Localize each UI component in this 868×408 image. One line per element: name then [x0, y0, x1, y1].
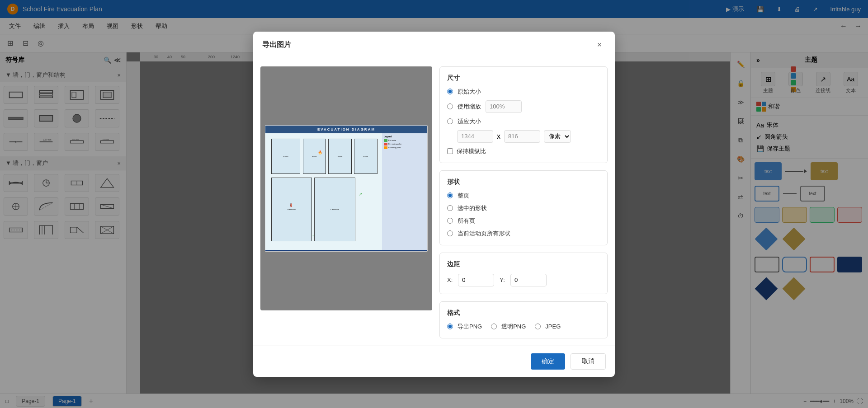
modal-close-button[interactable]: × [593, 39, 606, 52]
height-input[interactable] [504, 130, 540, 143]
shape-allpages-label: 所有页 [458, 217, 475, 225]
margin-section-title: 边距 [447, 260, 600, 268]
preview-diagram: EVACUATION DIAGRAM Room Room Room Room C… [265, 125, 428, 252]
shape-radio-group: 整页 选中的形状 所有页 当前活动页所有形状 [447, 192, 600, 238]
cancel-button[interactable]: 取消 [571, 353, 606, 370]
keep-ratio-checkbox[interactable] [447, 148, 453, 154]
confirm-button[interactable]: 确定 [531, 353, 565, 370]
shape-selected-row: 选中的形状 [447, 204, 600, 212]
format-png-radio[interactable] [447, 324, 453, 329]
shape-full-page-row: 整页 [447, 192, 600, 200]
modal-body: EVACUATION DIAGRAM Room Room Room Room C… [253, 59, 615, 346]
floor-plan: Room Room Room Room Classroom Classroom … [265, 133, 382, 250]
shape-fullpage-label: 整页 [458, 192, 469, 200]
shape-selected-label: 选中的形状 [458, 204, 487, 212]
x-margin-input[interactable] [458, 274, 494, 286]
size-section: 尺寸 原始大小 使用缩放 适应大小 [439, 66, 608, 163]
x-margin-label: X: [447, 277, 453, 283]
size-fit-label: 适应大小 [458, 117, 481, 126]
format-jpeg-label: JPEG [545, 323, 561, 330]
evac-header: EVACUATION DIAGRAM [265, 126, 427, 133]
size-x-separator: x [497, 132, 500, 141]
modal-footer: 确定 取消 [253, 346, 615, 377]
export-modal: 导出图片 × EVACUATION DIAGRAM Room Room Room [253, 32, 615, 377]
format-png-row: 导出PNG [447, 323, 482, 331]
evac-bottom: EMERGENCY INFORMATION - Keep calm and fo… [265, 250, 427, 252]
shape-fullpage-radio[interactable] [447, 192, 453, 198]
fire-icon: 🔥 [318, 150, 322, 155]
exit-arrow-1: ↗ [359, 192, 362, 197]
format-transparent-label: 透明PNG [501, 323, 526, 331]
shape-activepage-radio[interactable] [447, 230, 453, 236]
shape-allpages-radio[interactable] [447, 218, 453, 224]
size-fit-radio[interactable] [447, 118, 453, 124]
size-fit-row: 适应大小 [447, 117, 600, 126]
margin-section: 边距 X: Y: [439, 253, 608, 294]
size-original-radio[interactable] [447, 89, 453, 94]
size-original-label: 原始大小 [458, 88, 481, 96]
exit-arrow-2: ↓ [312, 232, 314, 237]
size-section-title: 尺寸 [447, 74, 600, 82]
evac-body: Room Room Room Room Classroom Classroom … [265, 133, 427, 250]
modal-overlay[interactable]: 导出图片 × EVACUATION DIAGRAM Room Room Room [0, 0, 868, 408]
format-png-label: 导出PNG [458, 323, 482, 331]
legend-area: Legend Exit route Fire extinguisher [382, 133, 427, 250]
keep-ratio-row: 保持横纵比 [447, 147, 600, 155]
shape-section: 形状 整页 选中的形状 所有页 [439, 170, 608, 245]
extinguisher-icon: 🧯 [289, 203, 293, 207]
y-margin-input[interactable] [510, 274, 547, 286]
y-margin-label: Y: [500, 277, 505, 283]
shape-section-title: 形状 [447, 178, 600, 186]
modal-header: 导出图片 × [253, 32, 615, 59]
room-1: Room [271, 139, 301, 174]
size-radio-group: 原始大小 使用缩放 适应大小 x [447, 88, 600, 155]
room-4: Room [354, 139, 377, 174]
size-scale-radio[interactable] [447, 103, 453, 109]
room-5: Classroom [271, 178, 312, 242]
shape-selected-radio[interactable] [447, 205, 453, 211]
format-section: 格式 导出PNG 透明PNG JPEG [439, 301, 608, 338]
modal-settings: 尺寸 原始大小 使用缩放 适应大小 [439, 66, 608, 338]
legend-row-3: Assembly point [384, 146, 425, 149]
shape-activepage-label: 当前活动页所有形状 [458, 230, 510, 238]
room-3: Room [328, 139, 352, 174]
unit-select[interactable]: 像素 [544, 130, 571, 143]
modal-preview: EVACUATION DIAGRAM Room Room Room Room C… [260, 66, 432, 310]
format-transparent-radio[interactable] [491, 324, 497, 329]
keep-ratio-label: 保持横纵比 [457, 147, 486, 155]
room-6: Classroom [314, 178, 355, 242]
legend-row-2: Fire extinguisher [384, 143, 425, 145]
shape-active-page-row: 当前活动页所有形状 [447, 230, 600, 238]
format-jpeg-radio[interactable] [535, 324, 541, 329]
size-scale-row: 使用缩放 [447, 100, 600, 113]
scale-input[interactable] [486, 100, 522, 113]
format-radio-group: 导出PNG 透明PNG JPEG [447, 323, 600, 331]
margin-inputs-row: X: Y: [447, 274, 600, 286]
format-jpeg-row: JPEG [535, 323, 561, 330]
size-original-row: 原始大小 [447, 88, 600, 96]
format-section-title: 格式 [447, 309, 600, 317]
room-2: Room [303, 139, 326, 174]
legend-row-1: Exit route [384, 139, 425, 142]
shape-all-pages-row: 所有页 [447, 217, 600, 225]
width-input[interactable] [457, 130, 493, 143]
size-scale-label: 使用缩放 [458, 103, 481, 111]
format-transparent-row: 透明PNG [491, 323, 526, 331]
legend-title: Legend [384, 135, 425, 138]
modal-title: 导出图片 [262, 40, 291, 50]
size-inputs-row: x 像素 [457, 130, 600, 143]
